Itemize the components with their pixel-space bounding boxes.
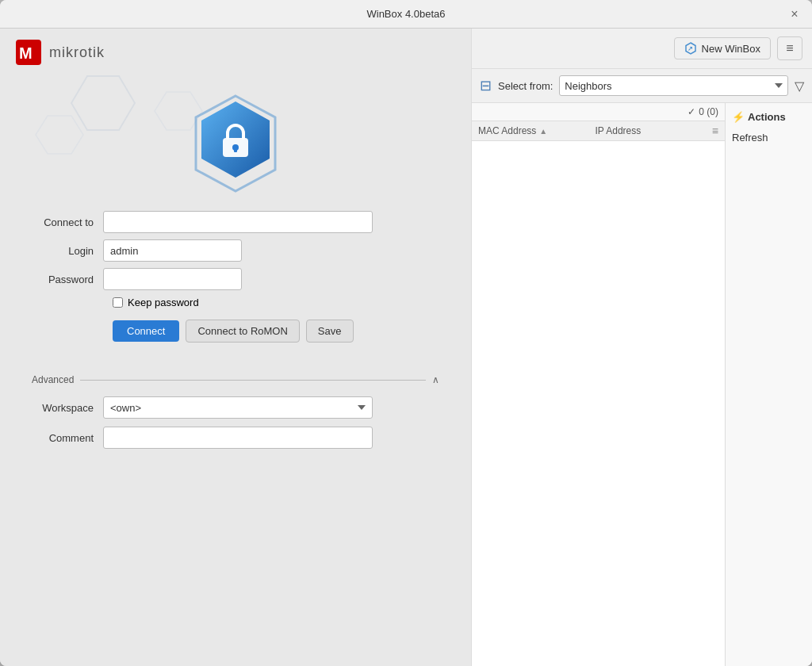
comment-row: Comment	[32, 427, 439, 449]
window-title: WinBox 4.0beta6	[25, 8, 787, 20]
keep-password-checkbox[interactable]	[113, 297, 123, 308]
advanced-header: Advanced ∧	[32, 374, 439, 385]
select-from-label: Select from:	[498, 80, 553, 92]
table-section: ✓ 0 (0) MAC Address ▲ IP Address	[472, 103, 725, 666]
workspace-select[interactable]: <own>	[103, 396, 373, 419]
lock-icon	[218, 121, 253, 167]
svg-rect-9	[234, 147, 237, 152]
advanced-divider	[80, 380, 426, 381]
column-options-icon[interactable]: ≡	[712, 124, 718, 137]
workspace-label: Workspace	[32, 402, 103, 414]
table-body	[472, 141, 725, 666]
left-panel-content: M mikrotik	[0, 29, 471, 666]
menu-icon: ≡	[786, 41, 793, 56]
right-top-bar: ↗ New WinBox ≡	[472, 29, 812, 69]
right-content: ✓ 0 (0) MAC Address ▲ IP Address	[472, 103, 812, 666]
login-row: Login	[32, 239, 439, 262]
mac-address-label: MAC Address	[478, 125, 536, 136]
check-count: ✓ 0 (0)	[688, 106, 718, 117]
new-winbox-label: New WinBox	[702, 43, 760, 55]
main-window: WinBox 4.0beta6 × M mikrotik	[0, 0, 812, 666]
keep-password-row: Keep password	[32, 297, 439, 308]
keep-password-label: Keep password	[128, 297, 199, 308]
checkmark-icon: ✓	[688, 106, 695, 117]
workspace-row: Workspace <own>	[32, 396, 439, 419]
network-icon: ⊟	[480, 77, 492, 94]
mac-address-column-header: MAC Address ▲	[478, 125, 595, 136]
login-form: Connect to Login Password Keep password	[0, 211, 471, 374]
count-value: 0 (0)	[699, 106, 718, 117]
ip-address-label: IP Address	[595, 125, 641, 136]
password-label: Password	[32, 274, 103, 285]
lightning-icon: ⚡	[732, 111, 745, 123]
svg-text:M: M	[19, 44, 33, 62]
lock-hexagon	[184, 92, 287, 195]
table-toolbar: ✓ 0 (0)	[472, 103, 725, 121]
menu-button[interactable]: ≡	[777, 36, 802, 60]
login-input[interactable]	[103, 239, 242, 262]
new-winbox-button[interactable]: ↗ New WinBox	[674, 37, 771, 59]
comment-label: Comment	[32, 432, 103, 444]
new-winbox-icon: ↗	[684, 42, 697, 55]
neighbors-bar: ⊟ Select from: Neighbors Managed All ▽	[472, 69, 812, 103]
action-buttons-row: Connect Connect to RoMON Save	[32, 320, 439, 343]
save-button[interactable]: Save	[306, 320, 354, 343]
mac-sort-icon[interactable]: ▲	[539, 127, 547, 136]
advanced-section: Advanced ∧ Workspace <own> Comment	[0, 374, 471, 457]
mikrotik-logo-icon: M	[16, 40, 41, 65]
comment-input[interactable]	[103, 427, 373, 449]
connect-romon-button[interactable]: Connect to RoMON	[186, 320, 299, 343]
refresh-action[interactable]: Refresh	[732, 129, 806, 146]
login-label: Login	[32, 245, 103, 257]
svg-marker-3	[36, 116, 83, 154]
actions-title: ⚡ Actions	[732, 111, 806, 123]
password-row: Password	[32, 268, 439, 290]
right-panel: ↗ New WinBox ≡ ⊟ Select from: Neighbors …	[471, 29, 812, 666]
left-panel: M mikrotik	[0, 29, 471, 666]
hero-area	[0, 92, 471, 195]
actions-section: ⚡ Actions Refresh	[725, 103, 812, 666]
close-button[interactable]: ×	[787, 6, 802, 22]
svg-text:↗: ↗	[688, 45, 693, 52]
connect-button[interactable]: Connect	[113, 320, 179, 342]
actions-label: Actions	[748, 111, 786, 123]
neighbors-select[interactable]: Neighbors Managed All	[559, 75, 788, 96]
table-header: MAC Address ▲ IP Address ≡	[472, 121, 725, 141]
right-panel-full: ↗ New WinBox ≡ ⊟ Select from: Neighbors …	[472, 29, 812, 666]
app-body: M mikrotik	[0, 29, 812, 666]
svg-marker-2	[71, 76, 135, 130]
logo-text: mikrotik	[49, 44, 105, 61]
ip-address-column-header: IP Address	[595, 125, 711, 136]
password-input[interactable]	[103, 268, 242, 290]
filter-icon[interactable]: ▽	[795, 78, 804, 94]
title-bar: WinBox 4.0beta6 ×	[0, 0, 812, 29]
advanced-chevron-icon[interactable]: ∧	[432, 374, 439, 385]
advanced-label: Advanced	[32, 374, 74, 385]
